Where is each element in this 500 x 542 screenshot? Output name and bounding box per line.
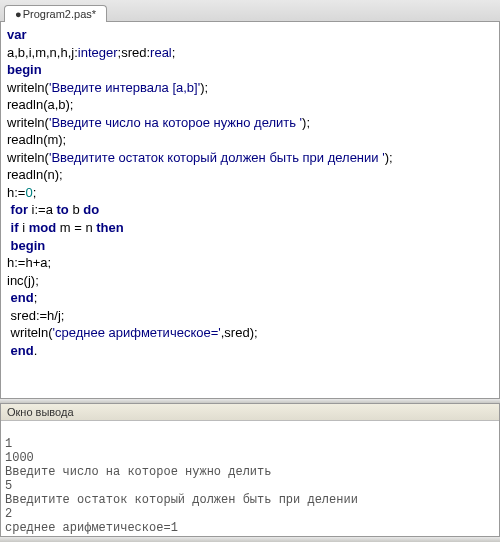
output-line: 2 bbox=[5, 507, 12, 521]
keyword-begin: begin bbox=[7, 62, 42, 77]
output-body[interactable]: 1 1000 Введите число на которое нужно де… bbox=[1, 421, 499, 536]
keyword-var: var bbox=[7, 27, 27, 42]
tab-modified: * bbox=[92, 8, 96, 20]
output-line: 5 bbox=[5, 479, 12, 493]
output-line: среднее арифметическое=1 bbox=[5, 521, 178, 535]
code-editor[interactable]: var a,b,i,m,n,h,j:integer;sred:real; beg… bbox=[0, 22, 500, 398]
footer-bar bbox=[0, 536, 500, 542]
output-line: 1 bbox=[5, 437, 12, 451]
output-title: Окно вывода bbox=[1, 404, 499, 421]
output-panel: Окно вывода 1 1000 Введите число на кото… bbox=[0, 404, 500, 536]
tab-label: Program2.pas bbox=[23, 8, 92, 20]
output-line: Введитите остаток который должен быть пр… bbox=[5, 493, 358, 507]
tab-bar: ●Program2.pas* bbox=[0, 0, 500, 22]
output-line: 1000 bbox=[5, 451, 34, 465]
file-tab[interactable]: ●Program2.pas* bbox=[4, 5, 107, 22]
output-line: Введите число на которое нужно делить bbox=[5, 465, 271, 479]
